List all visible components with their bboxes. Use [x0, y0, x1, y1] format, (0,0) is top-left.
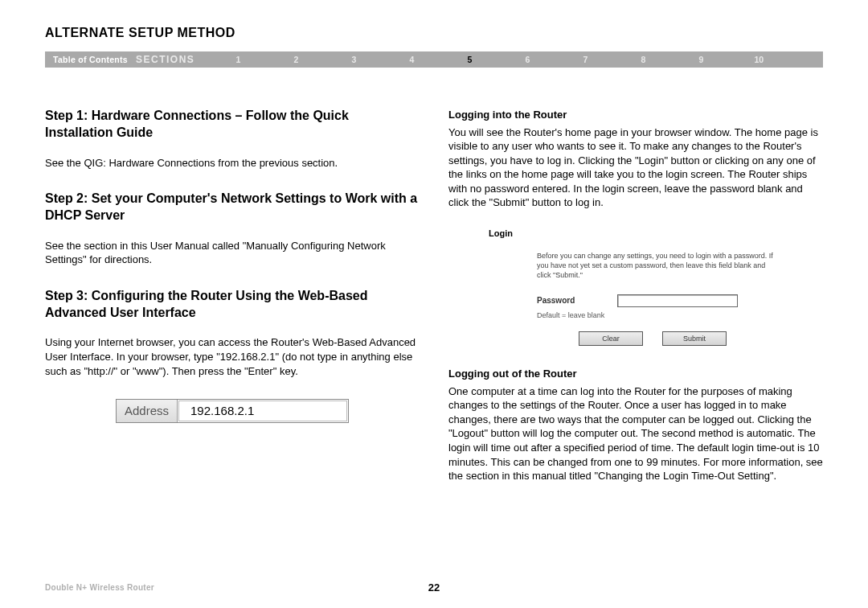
step3-heading: Step 3: Configuring the Router Using the… [45, 288, 420, 322]
logout-heading: Logging out of the Router [448, 367, 823, 381]
login-body: You will see the Router's home page in y… [448, 125, 823, 210]
login-panel: Login Before you can change any settings… [489, 228, 778, 346]
sections-label: SECTIONS [136, 54, 209, 65]
section-2[interactable]: 2 [267, 55, 325, 64]
section-6[interactable]: 6 [498, 55, 556, 64]
section-1[interactable]: 1 [209, 55, 267, 64]
page-title: ALTERNATE SETUP METHOD [0, 0, 868, 51]
password-input[interactable] [617, 294, 738, 307]
section-9[interactable]: 9 [672, 55, 730, 64]
product-name: Double N+ Wireless Router [45, 583, 305, 592]
clear-button[interactable]: Clear [579, 331, 643, 346]
password-default-hint: Default = leave blank [537, 310, 778, 320]
address-label: Address [117, 400, 178, 422]
step1-heading: Step 1: Hardware Connections – Follow th… [45, 108, 420, 142]
section-5[interactable]: 5 [440, 55, 498, 64]
browser-address-bar: Address 192.168.2.1 [116, 399, 349, 423]
step2-body: See the section in this User Manual call… [45, 239, 420, 267]
section-10[interactable]: 10 [730, 55, 788, 64]
login-panel-desc: Before you can change any settings, you … [537, 251, 778, 280]
login-heading: Logging into the Router [448, 108, 823, 122]
section-8[interactable]: 8 [614, 55, 672, 64]
password-label: Password [537, 295, 617, 306]
step2-heading: Step 2: Set your Computer's Network Sett… [45, 191, 420, 224]
right-column: Logging into the Router You will see the… [448, 108, 823, 501]
page-number: 22 [305, 581, 564, 594]
section-7[interactable]: 7 [556, 55, 614, 64]
submit-button[interactable]: Submit [662, 331, 727, 346]
page-footer: Double N+ Wireless Router 22 [45, 581, 823, 594]
section-3[interactable]: 3 [325, 55, 383, 64]
section-4[interactable]: 4 [383, 55, 440, 64]
toc-link[interactable]: Table of Contents [45, 55, 136, 64]
login-panel-title: Login [489, 228, 778, 240]
address-input[interactable]: 192.168.2.1 [178, 401, 347, 421]
section-navbar: Table of Contents SECTIONS 1 2 3 4 5 6 7… [45, 51, 823, 68]
step3-body: Using your Internet browser, you can acc… [45, 335, 420, 378]
logout-body: One computer at a time can log into the … [448, 384, 823, 483]
left-column: Step 1: Hardware Connections – Follow th… [45, 108, 420, 501]
step1-body: See the QIG: Hardware Connections from t… [45, 156, 420, 170]
content-area: Step 1: Hardware Connections – Follow th… [0, 68, 868, 501]
